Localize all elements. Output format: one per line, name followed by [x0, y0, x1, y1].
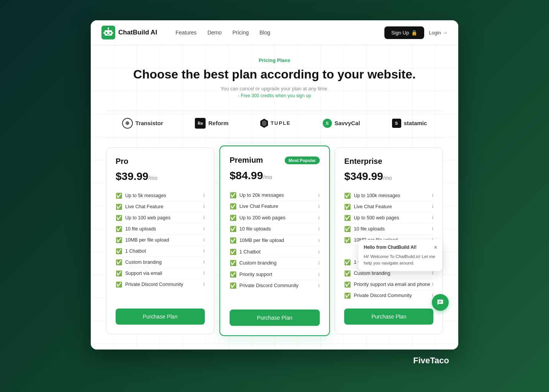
info-icon[interactable]: ℹ [203, 193, 205, 198]
feature-item: ✅10 file uploads ℹ [229, 224, 319, 235]
info-icon[interactable]: ℹ [318, 215, 320, 220]
info-icon[interactable]: ℹ [432, 282, 433, 287]
enterprise-purchase-button[interactable]: Purchase Plan [344, 309, 433, 325]
check-icon: ✅ [344, 226, 351, 232]
feature-item: ✅10 file uploads ℹ [344, 224, 433, 235]
check-icon: ✅ [116, 248, 122, 254]
info-icon[interactable]: ℹ [318, 272, 320, 277]
plan-premium-header: Premium Most Popular [229, 155, 319, 164]
svg-rect-8 [112, 32, 113, 34]
savvycal-icon: S [323, 119, 332, 128]
info-icon[interactable]: ℹ [203, 215, 205, 220]
popular-badge: Most Popular [284, 156, 319, 164]
check-icon: ✅ [116, 281, 122, 287]
info-icon[interactable]: ℹ [203, 237, 205, 242]
tuple-label: TUPLE [271, 120, 291, 126]
chat-fab-button[interactable] [432, 294, 449, 311]
pro-purchase-button[interactable]: Purchase Plan [116, 309, 205, 325]
info-icon[interactable]: ℹ [432, 215, 433, 220]
plan-enterprise-amount: $349.99 [344, 170, 383, 182]
info-icon[interactable]: ℹ [432, 193, 433, 198]
info-icon[interactable]: ℹ [318, 260, 320, 265]
plan-premium-price: $84.99/mo [229, 169, 319, 182]
plan-enterprise-header: Enterprise [344, 157, 433, 166]
pricing-title: Choose the best plan according to your w… [106, 67, 443, 82]
chat-body: Hi! Welcome To ChatBuild.io! Let me help… [364, 253, 437, 267]
plan-enterprise-features: ✅Up to 100k messages ℹ ✅Live Chat Featur… [344, 190, 433, 301]
info-icon[interactable]: ℹ [432, 204, 433, 209]
plan-premium-features: ✅Up to 20k messages ℹ ✅Live Chat Feature… [229, 189, 319, 302]
feature-item: ✅Up to 200 web pages ℹ [229, 212, 319, 224]
info-icon[interactable]: ℹ [318, 249, 320, 254]
feature-item: ✅Live Chat Feature ℹ [116, 201, 205, 212]
info-icon[interactable]: ℹ [203, 248, 205, 253]
plan-enterprise-name: Enterprise [344, 157, 382, 166]
info-icon[interactable]: ℹ [318, 226, 320, 231]
chat-close-button[interactable]: × [434, 244, 437, 250]
check-icon: ✅ [344, 237, 351, 243]
plan-pro-period: /mo [149, 175, 157, 181]
info-icon[interactable]: ℹ [318, 193, 320, 198]
info-icon[interactable]: ℹ [432, 271, 433, 276]
check-icon: ✅ [344, 193, 351, 199]
signup-icon: 🔒 [411, 30, 417, 36]
check-icon: ✅ [229, 192, 236, 198]
brand-statamic: S statamic [392, 119, 427, 128]
nav-pricing[interactable]: Pricing [232, 29, 249, 36]
feature-item: ✅Priority support ℹ [229, 269, 319, 280]
svg-rect-4 [107, 34, 109, 35]
feature-item: ✅Private Discord Community ℹ [229, 280, 319, 291]
plan-pro-features: ✅Up to 5k messages ℹ ✅Live Chat Feature … [116, 190, 205, 301]
chat-fab-icon [436, 298, 444, 307]
check-icon: ✅ [344, 281, 351, 287]
plan-pro-amount: $39.99 [116, 170, 149, 182]
logo-area: ChatBuild AI [101, 26, 157, 39]
pricing-subtitle: You can cancel or upgrade your plan at a… [106, 86, 443, 91]
plan-pro-price: $39.99/mo [116, 170, 205, 183]
feature-item: ✅10MB per file upload ℹ [116, 235, 205, 246]
feature-item: ✅Up to 5k messages ℹ [116, 190, 205, 201]
info-icon[interactable]: ℹ [203, 204, 205, 209]
check-icon: ✅ [229, 226, 236, 232]
feature-item: ✅Live Chat Feature ℹ [344, 201, 433, 212]
plan-enterprise-period: /mo [383, 175, 392, 181]
check-icon: ✅ [229, 283, 236, 289]
info-icon[interactable]: ℹ [318, 283, 320, 288]
feature-item: ✅Custom branding ℹ [116, 257, 205, 268]
plan-premium: Premium Most Popular $84.99/mo ✅Up to 20… [219, 145, 330, 336]
check-icon: ✅ [344, 259, 351, 265]
check-icon: ✅ [116, 226, 122, 232]
check-icon: ✅ [229, 248, 236, 255]
plan-pro-header: Pro [116, 157, 205, 166]
info-icon[interactable]: ℹ [203, 226, 205, 231]
plan-premium-name: Premium [229, 155, 263, 164]
brand-tuple: TUPLE [260, 119, 291, 128]
feature-item: ✅Up to 500 web pages ℹ [344, 212, 433, 224]
login-button[interactable]: Login → [429, 30, 448, 36]
feature-item: ✅1 Chatbot ℹ [229, 246, 319, 258]
pricing-label: Pricing Plans [106, 57, 443, 63]
info-icon[interactable]: ℹ [318, 204, 320, 209]
feature-item: ✅Private Discord Community ℹ [116, 279, 205, 290]
navbar: ChatBuild AI Features Demo Pricing Blog … [91, 20, 458, 45]
check-icon: ✅ [116, 204, 122, 210]
nav-links: Features Demo Pricing Blog [175, 29, 270, 36]
brand-reform: Re Reform [195, 118, 229, 129]
nav-features[interactable]: Features [175, 29, 196, 36]
info-icon[interactable]: ℹ [203, 260, 205, 265]
info-icon[interactable]: ℹ [203, 282, 205, 287]
transistor-icon: ⊕ [122, 118, 133, 129]
check-icon: ✅ [229, 203, 236, 209]
transistor-label: Transistor [136, 120, 163, 126]
nav-demo[interactable]: Demo [208, 29, 222, 36]
info-icon[interactable]: ℹ [432, 226, 433, 231]
check-icon: ✅ [116, 215, 122, 221]
premium-purchase-button[interactable]: Purchase Plan [229, 309, 319, 326]
signup-button[interactable]: Sign Up 🔒 [384, 26, 424, 39]
feature-item: ✅Custom branding ℹ [229, 258, 319, 269]
info-icon[interactable]: ℹ [318, 238, 320, 243]
nav-blog[interactable]: Blog [260, 29, 270, 36]
check-icon: ✅ [116, 270, 122, 276]
info-icon[interactable]: ℹ [203, 271, 205, 276]
check-icon: ✅ [229, 260, 236, 266]
